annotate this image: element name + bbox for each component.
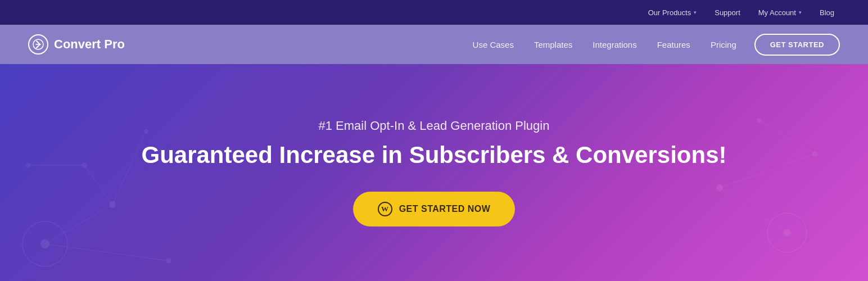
hero-content: #1 Email Opt-In & Lead Generation Plugin…: [141, 119, 726, 226]
get-started-button[interactable]: GET STARTED: [754, 34, 840, 56]
hero-cta-button[interactable]: W GET STARTED NOW: [353, 192, 516, 226]
svg-line-11: [84, 165, 112, 205]
svg-line-19: [720, 188, 787, 233]
nav-features[interactable]: Features: [657, 40, 690, 49]
hero-title: Guaranteed Increase in Subscribers & Con…: [141, 141, 726, 169]
nav-integrations[interactable]: Integrations: [593, 40, 636, 49]
logo-icon: [28, 34, 48, 55]
top-nav-support[interactable]: Support: [715, 8, 740, 17]
svg-line-21: [759, 120, 815, 154]
top-nav-blog[interactable]: Blog: [820, 8, 834, 17]
nav-links: Use Cases Templates Integrations Feature…: [473, 40, 736, 49]
svg-line-20: [720, 154, 815, 188]
svg-line-9: [45, 205, 112, 244]
chevron-down-icon: ▾: [799, 10, 802, 15]
top-bar: Our Products ▾ Support My Account ▾ Blog: [0, 0, 868, 25]
top-nav-our-products[interactable]: Our Products ▾: [648, 8, 697, 17]
hero-subtitle: #1 Email Opt-In & Lead Generation Plugin: [141, 119, 726, 133]
nav-use-cases[interactable]: Use Cases: [473, 40, 514, 49]
main-nav: Convert Pro Use Cases Templates Integrat…: [0, 25, 868, 64]
nav-templates[interactable]: Templates: [534, 40, 572, 49]
chevron-down-icon: ▾: [694, 10, 697, 15]
hero-section: #1 Email Opt-In & Lead Generation Plugin…: [0, 64, 868, 281]
svg-line-10: [45, 244, 169, 261]
logo[interactable]: Convert Pro: [28, 34, 125, 55]
nav-pricing[interactable]: Pricing: [711, 40, 736, 49]
top-nav-my-account[interactable]: My Account ▾: [758, 8, 802, 17]
wordpress-icon: W: [378, 202, 392, 216]
